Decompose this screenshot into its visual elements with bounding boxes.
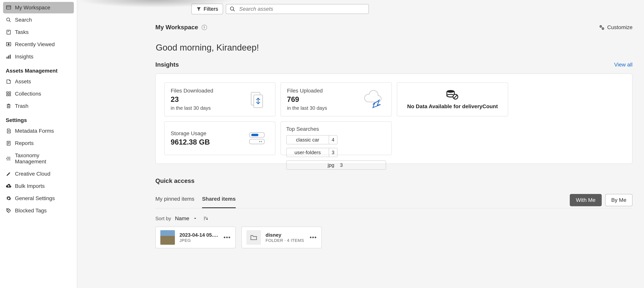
folder-icon — [246, 230, 261, 245]
download-icon — [246, 89, 269, 110]
svg-point-30 — [230, 7, 234, 10]
svg-rect-8 — [7, 57, 8, 59]
insights-view-all[interactable]: View all — [614, 62, 632, 68]
quick-access-title: Quick access — [155, 177, 632, 184]
sidebar-item-metadata-forms[interactable]: Metadata Forms — [3, 125, 74, 137]
quick-access-items: 2023-04-14 05.1… JPEG ••• disney FOLDER … — [155, 226, 632, 248]
storage-icon — [246, 128, 269, 149]
svg-point-27 — [7, 160, 8, 160]
sidebar-item-label: My Workspace — [15, 5, 50, 11]
sidebar: My Workspace Search Tasks Recently Viewe… — [0, 0, 77, 288]
card-delivery-empty: No Data Available for deliveryCount — [397, 82, 508, 116]
sort-direction-icon[interactable] — [203, 216, 208, 221]
svg-rect-9 — [8, 56, 9, 59]
svg-rect-41 — [251, 134, 258, 136]
svg-point-44 — [259, 141, 260, 142]
search-box[interactable] — [226, 4, 369, 14]
sidebar-item-tasks[interactable]: Tasks — [3, 27, 74, 38]
sidebar-item-insights[interactable]: Insights — [3, 51, 74, 62]
sidebar-item-label: Metadata Forms — [15, 128, 54, 134]
sidebar-item-label: Trash — [15, 103, 28, 109]
content: My Workspace i Customize Good morning, K… — [77, 18, 644, 288]
search-pill[interactable]: jpg 3 — [286, 160, 386, 170]
database-blocked-icon — [446, 89, 459, 100]
list-item[interactable]: disney FOLDER · 4 ITEMS ••• — [242, 226, 322, 248]
filter-icon — [196, 7, 201, 12]
sidebar-item-label: Search — [15, 17, 32, 23]
search-pill[interactable]: classic car 4 — [286, 135, 338, 144]
metadata-icon — [6, 128, 12, 134]
sidebar-item-general-settings[interactable]: General Settings — [3, 193, 74, 204]
list-item[interactable]: 2023-04-14 05.1… JPEG ••• — [155, 226, 236, 248]
sidebar-item-trash[interactable]: Trash — [3, 100, 74, 112]
sidebar-item-my-workspace[interactable]: My Workspace — [3, 2, 74, 14]
gear-icon — [6, 195, 12, 201]
page-title: My Workspace i — [155, 24, 207, 31]
card-storage: Storage Usage 9612.38 GB — [164, 121, 276, 155]
search-icon — [6, 17, 12, 23]
sidebar-item-label: Blocked Tags — [15, 208, 47, 214]
workspace-icon — [6, 5, 12, 11]
greeting: Good morning, Kirandeep! — [156, 42, 632, 53]
sidebar-item-label: Recently Viewed — [15, 41, 55, 48]
sidebar-item-label: Tasks — [15, 29, 29, 35]
customize-icon — [599, 25, 604, 30]
upload-icon — [362, 89, 385, 110]
sidebar-section-settings: Settings — [3, 113, 74, 125]
svg-rect-13 — [7, 94, 8, 96]
info-icon[interactable]: i — [202, 25, 207, 30]
filters-button[interactable]: Filters — [191, 4, 223, 14]
search-input[interactable] — [239, 6, 365, 12]
svg-point-43 — [261, 141, 262, 142]
topbar: Filters — [77, 0, 644, 18]
assets-icon — [6, 79, 12, 84]
cloud-upload-icon — [6, 183, 12, 189]
seg-with-me[interactable]: With Me — [570, 194, 602, 206]
tab-shared[interactable]: Shared items — [202, 194, 236, 208]
svg-rect-4 — [7, 30, 10, 34]
chevron-down-icon[interactable] — [193, 216, 197, 221]
card-top-searches: Top Searches classic car 4 user-folders … — [280, 121, 392, 155]
quick-access-tabs: My pinned items Shared items — [155, 194, 236, 208]
more-icon[interactable]: ••• — [310, 234, 317, 241]
sidebar-item-label: Bulk Imports — [15, 183, 45, 189]
tasks-icon — [6, 29, 12, 35]
search-icon — [230, 6, 235, 12]
svg-line-3 — [9, 21, 11, 22]
sidebar-item-reports[interactable]: Reports — [3, 137, 74, 149]
card-uploads: Files Uploaded 769 in the last 30 days — [280, 82, 392, 116]
sidebar-item-label: Collections — [15, 91, 41, 97]
search-pill[interactable]: user-folders 3 — [286, 148, 338, 157]
sidebar-item-label: Reports — [15, 140, 34, 146]
customize-button[interactable]: Customize — [599, 24, 632, 31]
thumbnail — [160, 230, 175, 245]
svg-rect-0 — [6, 6, 11, 9]
insights-title: Insights — [155, 61, 179, 68]
sidebar-item-search[interactable]: Search — [3, 14, 74, 26]
seg-by-me[interactable]: By Me — [605, 194, 632, 206]
svg-rect-42 — [250, 139, 264, 144]
svg-point-26 — [6, 158, 7, 159]
sidebar-item-label: Assets — [15, 79, 31, 85]
more-icon[interactable]: ••• — [224, 234, 231, 241]
sidebar-item-assets[interactable]: Assets — [3, 76, 74, 87]
insights-panel: Files Downloaded 23 in the last 30 days … — [155, 74, 632, 164]
sidebar-item-collections[interactable]: Collections — [3, 88, 74, 100]
svg-rect-14 — [9, 94, 10, 96]
sidebar-item-taxonomy[interactable]: Taxonomy Management — [3, 150, 74, 167]
svg-rect-11 — [7, 92, 8, 93]
sidebar-item-bulk-imports[interactable]: Bulk Imports — [3, 180, 74, 192]
sidebar-item-recently-viewed[interactable]: Recently Viewed — [3, 39, 74, 50]
sidebar-item-creative-cloud[interactable]: Creative Cloud — [3, 168, 74, 180]
svg-point-28 — [8, 209, 8, 210]
sidebar-item-blocked-tags[interactable]: Blocked Tags — [3, 205, 74, 216]
sort-select[interactable]: Name — [175, 215, 189, 221]
tab-pinned[interactable]: My pinned items — [155, 194, 194, 208]
blocked-tag-icon — [6, 208, 12, 213]
recent-icon — [6, 42, 12, 47]
svg-point-2 — [7, 18, 10, 21]
trash-icon — [6, 103, 12, 109]
svg-rect-12 — [9, 92, 10, 93]
filters-label: Filters — [204, 6, 218, 12]
sidebar-section-assets: Assets Management — [3, 63, 74, 76]
